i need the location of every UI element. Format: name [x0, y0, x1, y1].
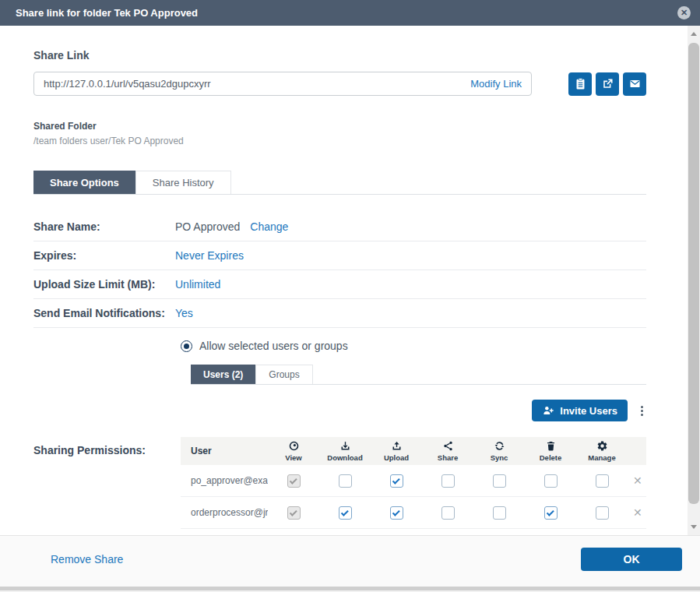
modify-link[interactable]: Modify Link [470, 78, 522, 90]
setting-row-upload-size-limit-mb: Upload Size Limit (MB):Unlimited [33, 270, 646, 299]
tab-share-options[interactable]: Share Options [33, 171, 135, 194]
sync-icon [494, 440, 505, 452]
remove-user-icon[interactable]: ✕ [628, 506, 642, 519]
allow-users-radio-row: Allow selected users or groups [181, 337, 646, 354]
tab-share-history[interactable]: Share History [135, 171, 231, 194]
scrollbar-thumb[interactable] [688, 43, 699, 504]
permission-checkbox-sync[interactable] [493, 506, 506, 520]
external-link-icon [601, 77, 614, 90]
permission-checkbox-download[interactable] [339, 506, 352, 520]
permission-column-header-manage: Manage [576, 440, 628, 462]
email-link-button[interactable] [623, 72, 646, 96]
setting-label: Expires: [33, 249, 175, 262]
link-action-buttons [568, 72, 646, 96]
setting-label: Send Email Notifications: [33, 307, 175, 319]
upload-icon [391, 440, 403, 452]
shared-folder-label: Shared Folder [33, 121, 646, 132]
share-icon [442, 440, 454, 452]
setting-label: Share Name: [33, 220, 175, 233]
permission-row: po_approver@exa...✕ [181, 465, 646, 497]
setting-label: Upload Size Limit (MB): [33, 278, 175, 291]
person-plus-icon [542, 404, 554, 417]
permission-checkbox-upload[interactable] [390, 506, 403, 520]
setting-row-send-email-notifications: Send Email Notifications:Yes [33, 299, 646, 328]
share-settings: Share Name:PO ApprovedChangeExpires:Neve… [33, 213, 646, 328]
dialog-title: Share link for folder Tek PO Approved [16, 7, 198, 19]
setting-row-expires: Expires:Never Expires [33, 241, 646, 270]
main-tabbar: Share OptionsShare History [33, 171, 646, 195]
kebab-menu-icon[interactable] [638, 404, 646, 418]
tab-groups[interactable]: Groups [255, 365, 312, 384]
setting-link-never-expires[interactable]: Never Expires [175, 249, 244, 262]
permission-checkbox-delete[interactable] [544, 474, 558, 488]
permission-checkbox-manage[interactable] [596, 506, 609, 520]
permission-column-header-upload: Upload [371, 440, 422, 462]
tab-users-2[interactable]: Users (2) [191, 365, 255, 384]
permission-column-label: Manage [588, 453, 615, 462]
permission-column-label: Share [438, 453, 458, 462]
permission-checkbox-manage[interactable] [596, 474, 609, 488]
shared-folder-path: /team folders user/Tek PO Approved [33, 136, 646, 146]
permission-column-header-sync: Sync [473, 440, 525, 462]
open-link-button[interactable] [596, 72, 619, 96]
setting-link-yes[interactable]: Yes [175, 307, 193, 319]
gear-icon [596, 440, 608, 452]
scroll-up-icon[interactable] [691, 32, 697, 36]
remove-user-icon[interactable]: ✕ [628, 474, 642, 487]
invite-users-button[interactable]: Invite Users [532, 400, 628, 421]
setting-row-share-name: Share Name:PO ApprovedChange [33, 213, 646, 241]
scrollbar[interactable] [688, 26, 700, 535]
permission-checkbox-share[interactable] [441, 506, 455, 520]
permission-column-label: Delete [540, 453, 562, 462]
permission-checkbox-sync[interactable] [493, 474, 506, 488]
envelope-icon [628, 77, 642, 90]
permission-user: po_approver@exa... [181, 475, 268, 486]
setting-link-change[interactable]: Change [250, 220, 288, 233]
share-url-value: http://127.0.0.1/url/v5qasu2dgupcxyrr [44, 78, 211, 90]
permission-column-header-delete: Delete [525, 440, 576, 462]
permission-checkbox-download[interactable] [339, 474, 352, 488]
copy-link-button[interactable] [568, 72, 592, 96]
radio-selected-icon[interactable] [181, 340, 192, 352]
download-icon [339, 440, 351, 452]
permission-column-label: Download [327, 453, 362, 462]
share-dialog: Share link for folder Tek PO Approved ✕ … [0, 0, 700, 592]
trash-icon [545, 440, 557, 452]
permission-checkbox-view [287, 506, 301, 520]
eye-icon [288, 440, 300, 452]
setting-value: PO Approved [175, 220, 240, 233]
permission-column-header-share: Share [422, 440, 473, 462]
permission-checkbox-share[interactable] [441, 474, 455, 488]
clipboard-icon [574, 77, 587, 90]
ok-button[interactable]: OK [581, 548, 682, 571]
permission-checkbox-upload[interactable] [390, 474, 403, 488]
share-url-input[interactable]: http://127.0.0.1/url/v5qasu2dgupcxyrr Mo… [33, 72, 532, 96]
close-icon: ✕ [681, 9, 688, 17]
permission-user: orderprocessor@jr... [181, 507, 268, 518]
invite-users-label: Invite Users [560, 405, 617, 417]
permissions-table: User ViewDownloadUploadShareSyncDeleteMa… [181, 437, 646, 529]
radio-label: Allow selected users or groups [199, 340, 348, 352]
permission-column-label: View [285, 453, 301, 462]
dialog-titlebar: Share link for folder Tek PO Approved ✕ [0, 0, 700, 26]
dialog-bottom-edge [0, 582, 700, 592]
dialog-footer: Remove Share OK [0, 535, 700, 582]
users-groups-tabbar: Users (2)Groups [191, 365, 646, 385]
share-link-label: Share Link [33, 49, 646, 62]
permission-checkbox-view [287, 474, 301, 488]
setting-link-unlimited[interactable]: Unlimited [175, 278, 220, 291]
scroll-down-icon[interactable] [691, 525, 697, 529]
user-column-header: User [181, 446, 268, 456]
permission-column-header-view: View [268, 440, 319, 462]
remove-share-link[interactable]: Remove Share [51, 553, 123, 566]
sharing-permissions-label: Sharing Permissions: [33, 437, 181, 529]
close-button[interactable]: ✕ [677, 6, 691, 19]
permission-column-header-download: Download [319, 440, 371, 462]
permission-column-label: Sync [491, 453, 508, 462]
permission-row: orderprocessor@jr...✕ [181, 497, 646, 529]
permission-column-label: Upload [384, 453, 409, 462]
permission-checkbox-delete[interactable] [544, 506, 558, 520]
permissions-table-header: User ViewDownloadUploadShareSyncDeleteMa… [181, 437, 646, 465]
